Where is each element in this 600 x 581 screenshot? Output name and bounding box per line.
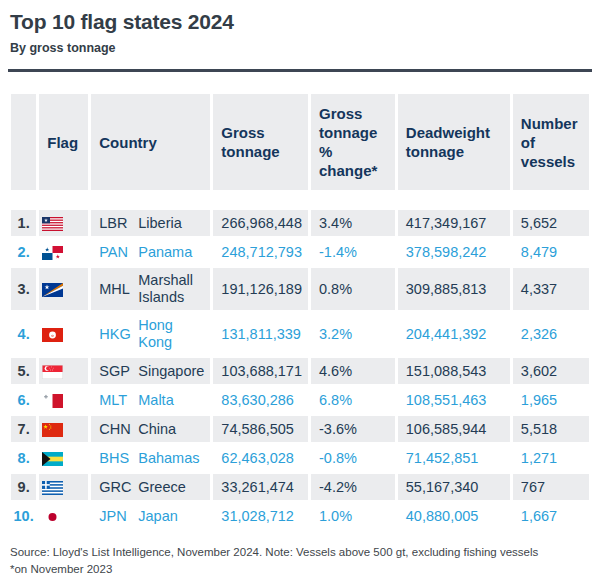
country-name: Marshall Islands	[138, 272, 204, 306]
vessels-cell: 3,602	[513, 358, 589, 384]
country-code: PAN	[99, 243, 138, 261]
deadweight-tonnage-cell: 378,598,242	[398, 239, 510, 265]
country-name: Panama	[138, 244, 204, 261]
source-note-line2: *on November 2023	[10, 561, 592, 578]
table-row: 9. GRC Greece	[11, 474, 589, 500]
vessels-cell: 1,271	[513, 445, 589, 471]
gross-tonnage-cell: 103,688,171	[213, 358, 308, 384]
marshall-islands-flag-icon	[42, 283, 63, 297]
rank-cell: 8.	[11, 445, 36, 471]
gross-tonnage-change-cell: 3.4%	[311, 210, 395, 236]
gross-tonnage-cell: 33,261,474	[213, 474, 308, 500]
flag-cell	[39, 474, 88, 500]
vessels-cell: 1,667	[513, 503, 589, 529]
deadweight-tonnage-cell: 309,885,813	[398, 268, 510, 310]
deadweight-tonnage-cell: 71,452,851	[398, 445, 510, 471]
header-body-spacer	[11, 193, 589, 207]
country-name: China	[138, 421, 204, 438]
gross-tonnage-cell: 131,811,339	[213, 313, 308, 355]
gross-tonnage-cell: 191,126,189	[213, 268, 308, 310]
gross-tonnage-change-cell: 3.2%	[311, 313, 395, 355]
country-cell: BHS Bahamas	[91, 445, 210, 471]
country-cell: MLT Malta	[91, 387, 210, 413]
table-row: 8. BHS Bahamas 62,463,028 -0.8%	[11, 445, 589, 471]
column-header-deadweight-tonnage: Deadweight tonnage	[398, 94, 510, 190]
flag-cell	[39, 239, 88, 265]
country-name: Hong Kong	[138, 317, 204, 351]
liberia-flag-icon	[42, 217, 63, 231]
singapore-flag-icon	[42, 365, 63, 379]
gross-tonnage-change-cell: 6.8%	[311, 387, 395, 413]
flag-cell	[39, 210, 88, 236]
table-row: 5.	[11, 358, 589, 384]
column-header-gross-tonnage-change: Gross tonnage % change*	[311, 94, 395, 190]
deadweight-tonnage-cell: 204,441,392	[398, 313, 510, 355]
flag-cell	[39, 387, 88, 413]
source-note: Source: Lloyd's List Intelligence, Novem…	[10, 544, 592, 578]
vessels-cell: 767	[513, 474, 589, 500]
japan-flag-icon	[42, 510, 63, 524]
column-header-gross-tonnage: Gross tonnage	[213, 94, 308, 190]
country-code: GRC	[99, 478, 138, 496]
rank-cell: 6.	[11, 387, 36, 413]
greece-flag-icon	[42, 481, 63, 495]
rank-cell: 7.	[11, 416, 36, 442]
country-cell: GRC Greece	[91, 474, 210, 500]
deadweight-tonnage-cell: 55,167,340	[398, 474, 510, 500]
flag-cell	[39, 358, 88, 384]
gross-tonnage-cell: 74,586,505	[213, 416, 308, 442]
country-cell: SGP Singapore	[91, 358, 210, 384]
flag-cell	[39, 503, 88, 529]
gross-tonnage-cell: 266,968,448	[213, 210, 308, 236]
gross-tonnage-change-cell: -3.6%	[311, 416, 395, 442]
country-cell: HKG Hong Kong	[91, 313, 210, 355]
vessels-cell: 2,326	[513, 313, 589, 355]
gross-tonnage-change-cell: 0.8%	[311, 268, 395, 310]
source-note-line1: Source: Lloyd's List Intelligence, Novem…	[10, 544, 592, 561]
country-code: JPN	[99, 507, 138, 525]
rank-cell: 9.	[11, 474, 36, 500]
flag-cell	[39, 416, 88, 442]
country-code: MLT	[99, 391, 138, 409]
bahamas-flag-icon	[42, 452, 63, 466]
gross-tonnage-change-cell: 1.0%	[311, 503, 395, 529]
table-header-row: Flag Country Gross tonnage Gross tonnage…	[11, 94, 589, 190]
country-code: CHN	[99, 420, 138, 438]
table-row: 10. JPN Japan 31,028,712 1.0% 40,880,005	[11, 503, 589, 529]
rank-cell: 4.	[11, 313, 36, 355]
country-name: Bahamas	[138, 450, 204, 467]
page-subtitle: By gross tonnage	[10, 41, 592, 55]
country-code: HKG	[99, 325, 138, 343]
flag-cell	[39, 313, 88, 355]
gross-tonnage-change-cell: -4.2%	[311, 474, 395, 500]
table-row: 6. MLT Malta 83,630,286	[11, 387, 589, 413]
country-cell: PAN Panama	[91, 239, 210, 265]
deadweight-tonnage-cell: 151,088,543	[398, 358, 510, 384]
table-row: 7. CHN China 74,586,505	[11, 416, 589, 442]
deadweight-tonnage-cell: 417,349,167	[398, 210, 510, 236]
gross-tonnage-change-cell: 4.6%	[311, 358, 395, 384]
country-code: SGP	[99, 362, 138, 380]
china-flag-icon	[42, 423, 63, 437]
table-row: 4. HKG Hong Kong 131,811,339	[11, 313, 589, 355]
vessels-cell: 8,479	[513, 239, 589, 265]
country-cell: CHN China	[91, 416, 210, 442]
country-cell: JPN Japan	[91, 503, 210, 529]
table-row: 2. PAN Panama	[11, 239, 589, 265]
column-header-country: Country	[91, 94, 210, 190]
rank-cell: 10.	[11, 503, 36, 529]
deadweight-tonnage-cell: 106,585,944	[398, 416, 510, 442]
gross-tonnage-cell: 31,028,712	[213, 503, 308, 529]
gross-tonnage-change-cell: -1.4%	[311, 239, 395, 265]
vessels-cell: 5,652	[513, 210, 589, 236]
gross-tonnage-change-cell: -0.8%	[311, 445, 395, 471]
column-header-rank	[11, 94, 36, 190]
country-name: Liberia	[138, 215, 204, 232]
gross-tonnage-cell: 62,463,028	[213, 445, 308, 471]
page-title: Top 10 flag states 2024	[10, 10, 592, 34]
country-code: BHS	[99, 449, 138, 467]
gross-tonnage-cell: 248,712,793	[213, 239, 308, 265]
malta-flag-icon	[42, 394, 63, 408]
column-header-flag: Flag	[39, 94, 88, 190]
deadweight-tonnage-cell: 108,551,463	[398, 387, 510, 413]
